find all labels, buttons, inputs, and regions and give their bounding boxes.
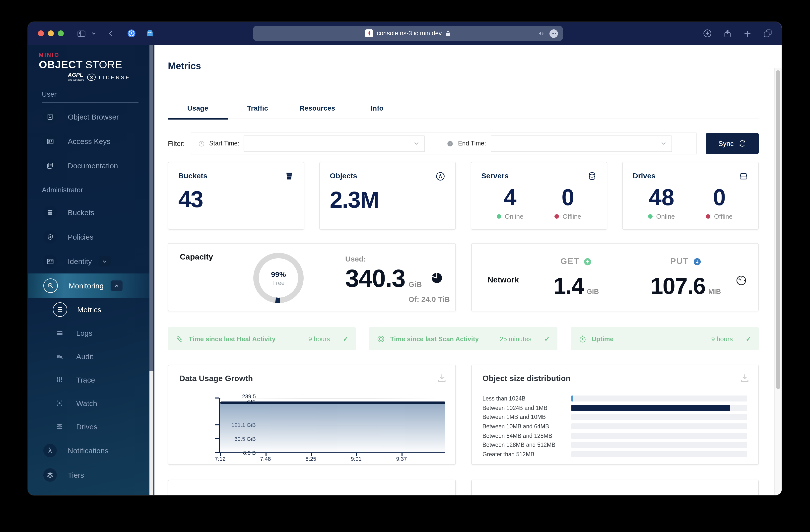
distribution-bar-fill: [571, 396, 573, 402]
mute-audio-icon[interactable]: [537, 30, 545, 37]
drives-icon: [53, 420, 66, 433]
start-time-select[interactable]: [244, 135, 425, 152]
tab-overview-icon[interactable]: [763, 28, 773, 38]
browser-toolbar: console.ns-3.ic.min.dev: [28, 22, 782, 45]
drive-icon: [739, 171, 748, 181]
distribution-row: Between 10MB and 64MB: [483, 422, 747, 431]
object-size-distribution-card: Object size distribution Less than 1024B…: [471, 365, 759, 465]
audit-icon: [53, 350, 66, 363]
servers-online-count: 4: [481, 186, 539, 209]
object-store-title: OBJECTSTORE: [39, 59, 149, 71]
charts-row: Data Usage Growth 239.5GiB121.1 GiB60.5 …: [168, 365, 759, 465]
heal-activity-status: Time since last Heal Activity 9 hours ✓: [168, 327, 356, 350]
page-settings-menu-icon[interactable]: [549, 29, 558, 37]
sidebar-item-label: Object Browser: [68, 113, 119, 121]
documentation-icon: [43, 159, 57, 172]
sidebar-item-object-browser[interactable]: Object Browser: [28, 104, 149, 129]
online-label: Online: [656, 213, 675, 220]
zoom-window-button[interactable]: [58, 30, 64, 36]
y-tick: [215, 438, 219, 439]
pie-chart-icon: [430, 272, 443, 285]
address-bar[interactable]: console.ns-3.ic.min.dev: [253, 26, 563, 41]
monitoring-collapse-chevron-icon[interactable]: [111, 280, 123, 291]
sidebar-item-access-keys[interactable]: Access Keys: [28, 129, 149, 154]
network-get-block: GET 1.4 GiB: [536, 257, 616, 300]
sidebar-item-label: Logs: [76, 329, 93, 337]
network-title: Network: [487, 275, 519, 285]
access-keys-icon: [43, 134, 57, 148]
sidebar-item-logs[interactable]: Logs: [28, 321, 149, 345]
minimize-window-button[interactable]: [48, 30, 54, 36]
distribution-row: Between 128MB and 512MB: [483, 440, 747, 450]
sync-button[interactable]: Sync: [706, 133, 759, 154]
capacity-used-label: Used:: [345, 255, 450, 263]
tab-info[interactable]: Info: [347, 104, 407, 118]
distribution-bar-track: [571, 405, 747, 411]
sidebar-item-drives[interactable]: Drives: [28, 415, 149, 438]
page-scrollbar[interactable]: [774, 68, 782, 495]
divider: [42, 102, 139, 102]
bucket-icon: [285, 171, 294, 181]
metrics-icon: [53, 302, 67, 317]
page-header: Metrics: [168, 45, 759, 87]
sidebar-item-audit[interactable]: Audit: [28, 345, 149, 368]
get-unit: GiB: [587, 287, 599, 295]
sidebar-item-policies[interactable]: Policies: [28, 225, 149, 249]
tab-usage[interactable]: Usage: [168, 104, 228, 119]
x-tick: [265, 453, 266, 456]
sidebar-toggle-icon[interactable]: [77, 29, 86, 38]
check-icon: ✓: [545, 335, 550, 342]
new-tab-icon[interactable]: [743, 29, 752, 38]
distribution-row: Between 1MB and 10MB: [483, 413, 747, 422]
sidebar-item-monitoring[interactable]: Monitoring: [28, 273, 149, 298]
sidebar-item-buckets[interactable]: Buckets: [28, 200, 149, 225]
identity-expand-chevron-icon[interactable]: [99, 256, 111, 267]
offline-status-dot: [555, 214, 559, 219]
sidebar-scrollbar-thumb[interactable]: [149, 45, 153, 371]
url-text: console.ns-3.ic.min.dev: [377, 30, 442, 37]
ghostery-extension-icon[interactable]: [145, 29, 155, 38]
back-button[interactable]: [107, 29, 116, 38]
online-label: Online: [505, 213, 523, 220]
download-chart-icon[interactable]: [739, 373, 750, 384]
drives-card-label: Drives: [633, 171, 655, 180]
downloads-icon[interactable]: [702, 28, 712, 38]
chevron-down-icon[interactable]: [91, 31, 97, 36]
sidebar-item-identity[interactable]: Identity: [28, 249, 149, 273]
tab-resources[interactable]: Resources: [288, 104, 347, 118]
sidebar-item-label: Audit: [76, 352, 93, 361]
minio-logo: MINIO OBJECTSTORE AGPLFree Software 3 LI…: [39, 52, 149, 82]
sidebar-item-label: Tiers: [68, 471, 84, 479]
sidebar-section-user: User: [42, 90, 149, 98]
sidebar-item-documentation[interactable]: Documentation: [28, 154, 149, 178]
sidebar-scrollbar[interactable]: [149, 45, 153, 495]
scan-activity-status: Time since last Scan Activity 25 minutes…: [369, 327, 557, 350]
tab-traffic[interactable]: Traffic: [228, 104, 288, 118]
drives-offline-count: 0: [691, 186, 748, 209]
end-time-select[interactable]: [490, 135, 672, 152]
sidebar-item-trace[interactable]: Trace: [28, 368, 149, 391]
sidebar-item-tiers[interactable]: Tiers: [28, 463, 149, 487]
sidebar-item-metrics[interactable]: Metrics: [28, 298, 149, 321]
partial-card: [168, 480, 456, 495]
sidebar-item-label: Policies: [68, 232, 93, 241]
x-tick: [220, 453, 221, 456]
chart-title: Data Usage Growth: [179, 374, 444, 383]
page-scrollbar-thumb[interactable]: [776, 70, 780, 389]
password-manager-extension-icon[interactable]: [127, 28, 136, 38]
check-icon: ✓: [746, 335, 751, 342]
download-chart-icon[interactable]: [436, 373, 447, 384]
share-icon[interactable]: [723, 29, 732, 38]
sidebar-item-watch[interactable]: Watch: [28, 391, 149, 415]
drives-card: Drives 48 Online 0 Offline: [622, 162, 759, 230]
capacity-free-label: Free: [272, 279, 285, 286]
distribution-bar-track: [571, 414, 747, 420]
offline-label: Offline: [714, 213, 733, 220]
close-window-button[interactable]: [38, 30, 44, 36]
put-down-arrow-icon: [693, 257, 701, 266]
distribution-category-label: Greater than 512MB: [483, 451, 571, 457]
browser-window: console.ns-3.ic.min.dev: [28, 22, 782, 495]
area-series-line: [220, 402, 446, 404]
object-browser-icon: [43, 110, 57, 124]
sidebar-item-notifications[interactable]: λ Notifications: [28, 438, 149, 463]
